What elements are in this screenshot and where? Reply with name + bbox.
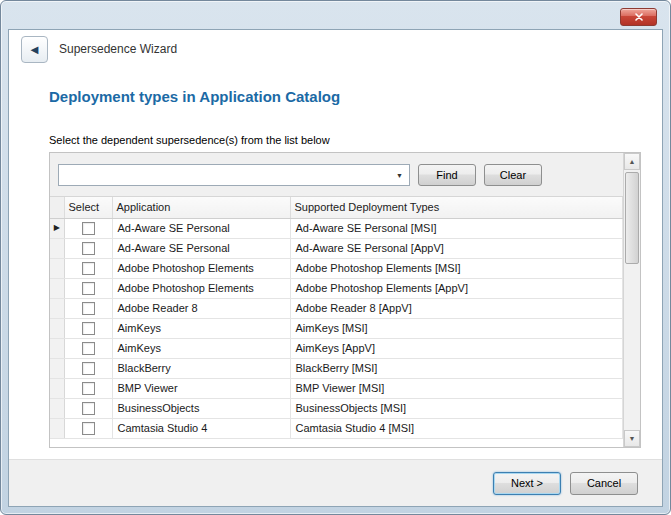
row-checkbox[interactable] [82, 262, 95, 275]
table-row[interactable]: BusinessObjects BusinessObjects [MSI] [50, 398, 623, 418]
row-indicator-cell [50, 378, 64, 398]
vertical-scrollbar[interactable]: ▲ ▼ [623, 153, 640, 447]
application-cell: BusinessObjects [112, 398, 290, 418]
deployment-type-cell: Adobe Photoshop Elements [MSI] [290, 258, 623, 278]
application-cell: AimKeys [112, 318, 290, 338]
row-checkbox[interactable] [82, 282, 95, 295]
deployment-type-cell: BMP Viewer [MSI] [290, 378, 623, 398]
select-cell [64, 258, 112, 278]
window-title: Supersedence Wizard [59, 42, 177, 56]
scrollbar-thumb[interactable] [625, 172, 639, 264]
next-button[interactable]: Next > [493, 472, 561, 495]
application-cell: Camtasia Studio 4 [112, 418, 290, 438]
row-checkbox[interactable] [82, 362, 95, 375]
row-indicator-cell [50, 398, 64, 418]
application-cell: BMP Viewer [112, 378, 290, 398]
row-checkbox[interactable] [82, 342, 95, 355]
scroll-up-button[interactable]: ▲ [624, 153, 640, 170]
scroll-down-icon: ▼ [629, 435, 636, 442]
select-cell [64, 318, 112, 338]
deployment-type-cell: AimKeys [AppV] [290, 338, 623, 358]
table-header-row: Select Application Supported Deployment … [50, 197, 623, 218]
back-button[interactable]: ◄ [21, 36, 48, 63]
chevron-down-icon[interactable]: ▼ [396, 171, 403, 178]
wizard-dialog: ◄ Supersedence Wizard Deployment types i… [8, 29, 663, 507]
row-indicator-cell [50, 298, 64, 318]
row-indicator-cell [50, 258, 64, 278]
row-indicator-cell [50, 278, 64, 298]
deployment-type-cell: AimKeys [MSI] [290, 318, 623, 338]
deployment-type-cell: BlackBerry [MSI] [290, 358, 623, 378]
select-cell [64, 218, 112, 238]
close-button[interactable] [620, 8, 657, 26]
page-title: Deployment types in Application Catalog [49, 88, 340, 105]
filter-toolbar: ▼ Find Clear [50, 153, 640, 197]
row-checkbox[interactable] [82, 382, 95, 395]
row-indicator-cell [50, 358, 64, 378]
row-indicator-cell [50, 418, 64, 438]
deployment-type-cell: BusinessObjects [MSI] [290, 398, 623, 418]
column-header-application[interactable]: Application [112, 197, 290, 218]
back-arrow-icon: ◄ [28, 43, 41, 56]
table-row[interactable]: AimKeys AimKeys [AppV] [50, 338, 623, 358]
select-cell [64, 398, 112, 418]
wizard-header: ◄ Supersedence Wizard [9, 30, 662, 68]
clear-button[interactable]: Clear [484, 164, 542, 186]
row-indicator-header [50, 197, 64, 218]
table-row[interactable]: Adobe Photoshop Elements Adobe Photoshop… [50, 278, 623, 298]
table-body: ▶ Ad-Aware SE Personal Ad-Aware SE Perso… [50, 218, 623, 438]
scroll-up-icon: ▲ [629, 158, 636, 165]
row-indicator-cell [50, 238, 64, 258]
select-cell [64, 378, 112, 398]
table-row[interactable]: Camtasia Studio 4 Camtasia Studio 4 [MSI… [50, 418, 623, 438]
select-cell [64, 298, 112, 318]
row-checkbox[interactable] [82, 402, 95, 415]
application-cell: Adobe Photoshop Elements [112, 258, 290, 278]
select-cell [64, 358, 112, 378]
scroll-down-button[interactable]: ▼ [624, 430, 640, 447]
application-cell: Adobe Reader 8 [112, 298, 290, 318]
row-indicator-cell: ▶ [50, 218, 64, 238]
filter-input[interactable] [59, 165, 409, 185]
row-indicator-cell [50, 338, 64, 358]
application-cell: Ad-Aware SE Personal [112, 218, 290, 238]
table-row[interactable]: BMP Viewer BMP Viewer [MSI] [50, 378, 623, 398]
deployment-type-cell: Ad-Aware SE Personal [AppV] [290, 238, 623, 258]
application-cell: BlackBerry [112, 358, 290, 378]
select-cell [64, 278, 112, 298]
deployment-type-cell: Ad-Aware SE Personal [MSI] [290, 218, 623, 238]
find-button[interactable]: Find [418, 164, 476, 186]
supersedence-table: Select Application Supported Deployment … [50, 197, 623, 447]
instruction-text: Select the dependent supersedence(s) fro… [49, 134, 330, 146]
wizard-window: ◄ Supersedence Wizard Deployment types i… [0, 0, 671, 515]
application-cell: Ad-Aware SE Personal [112, 238, 290, 258]
table-row[interactable]: BlackBerry BlackBerry [MSI] [50, 358, 623, 378]
deployment-type-cell: Adobe Reader 8 [AppV] [290, 298, 623, 318]
select-cell [64, 338, 112, 358]
application-cell: AimKeys [112, 338, 290, 358]
column-header-select[interactable]: Select [64, 197, 112, 218]
row-indicator-cell [50, 318, 64, 338]
table-row[interactable]: Adobe Reader 8 Adobe Reader 8 [AppV] [50, 298, 623, 318]
row-checkbox[interactable] [82, 242, 95, 255]
select-cell [64, 238, 112, 258]
column-header-deployment-types[interactable]: Supported Deployment Types [290, 197, 623, 218]
supersedence-list-panel: ▼ Find Clear Select Application Sup [49, 152, 641, 448]
close-icon [635, 13, 643, 21]
deployment-type-cell: Camtasia Studio 4 [MSI] [290, 418, 623, 438]
cancel-button[interactable]: Cancel [570, 472, 638, 495]
deployment-type-cell: Adobe Photoshop Elements [AppV] [290, 278, 623, 298]
row-checkbox[interactable] [82, 322, 95, 335]
filter-combobox[interactable]: ▼ [58, 164, 410, 186]
row-checkbox[interactable] [82, 302, 95, 315]
table-row[interactable]: ▶ Ad-Aware SE Personal Ad-Aware SE Perso… [50, 218, 623, 238]
row-checkbox[interactable] [82, 422, 95, 435]
table-row[interactable]: AimKeys AimKeys [MSI] [50, 318, 623, 338]
table-row[interactable]: Adobe Photoshop Elements Adobe Photoshop… [50, 258, 623, 278]
application-cell: Adobe Photoshop Elements [112, 278, 290, 298]
select-cell [64, 418, 112, 438]
current-row-marker: ▶ [54, 223, 60, 232]
table-row[interactable]: Ad-Aware SE Personal Ad-Aware SE Persona… [50, 238, 623, 258]
row-checkbox[interactable] [82, 222, 95, 235]
wizard-footer: Next > Cancel [9, 459, 662, 506]
